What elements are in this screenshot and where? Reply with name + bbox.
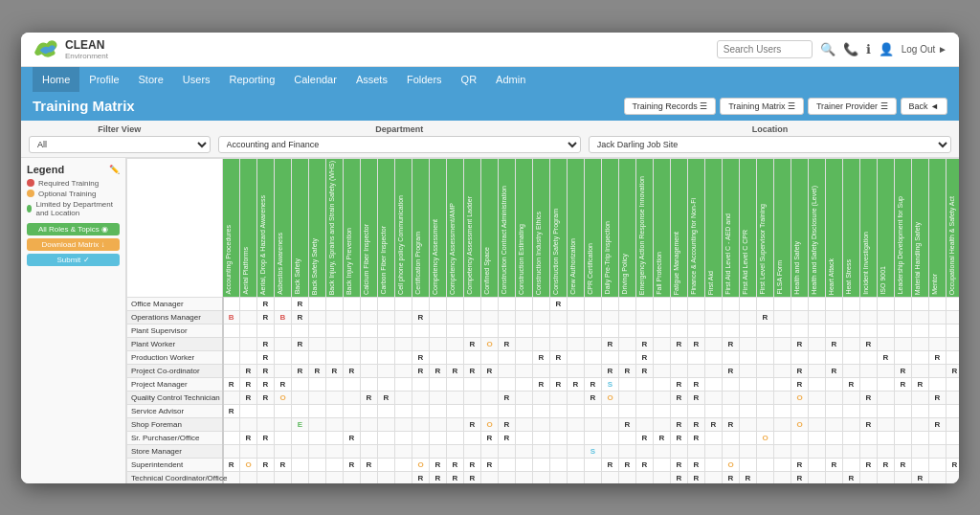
matrix-cell[interactable] (378, 337, 395, 350)
matrix-cell[interactable] (395, 404, 412, 417)
matrix-cell[interactable] (240, 337, 257, 350)
matrix-cell[interactable] (895, 431, 912, 444)
matrix-cell[interactable] (533, 458, 550, 471)
matrix-cell[interactable]: R (688, 417, 705, 431)
matrix-cell[interactable]: R (791, 364, 809, 377)
matrix-cell[interactable]: R (671, 417, 688, 431)
matrix-cell[interactable] (430, 417, 447, 431)
matrix-cell[interactable]: R (499, 391, 516, 404)
matrix-cell[interactable] (757, 337, 774, 350)
matrix-cell[interactable] (602, 444, 619, 458)
matrix-cell[interactable] (309, 324, 326, 337)
matrix-cell[interactable] (636, 471, 654, 482)
matrix-cell[interactable] (654, 350, 671, 364)
matrix-cell[interactable] (705, 337, 723, 350)
matrix-cell[interactable] (705, 431, 723, 444)
matrix-cell[interactable]: R (257, 431, 275, 444)
matrix-cell[interactable] (636, 404, 654, 417)
matrix-cell[interactable] (654, 404, 671, 417)
matrix-cell[interactable] (843, 337, 860, 350)
matrix-cell[interactable] (240, 417, 257, 431)
matrix-cell[interactable] (344, 350, 361, 364)
matrix-cell[interactable] (757, 350, 774, 364)
matrix-cell[interactable] (447, 310, 464, 324)
matrix-cell[interactable]: R (947, 458, 960, 471)
matrix-cell[interactable] (223, 337, 240, 350)
matrix-cell[interactable] (636, 310, 654, 324)
matrix-cell[interactable] (619, 337, 636, 350)
matrix-cell[interactable]: R (223, 404, 240, 417)
matrix-cell[interactable]: R (791, 458, 809, 471)
matrix-cell[interactable] (550, 417, 568, 431)
matrix-cell[interactable] (344, 444, 361, 458)
search-icon[interactable]: 🔍 (820, 42, 835, 56)
matrix-cell[interactable]: R (723, 364, 740, 377)
matrix-cell[interactable]: R (602, 458, 619, 471)
matrix-cell[interactable] (912, 404, 929, 417)
matrix-cell[interactable] (430, 310, 447, 324)
matrix-cell[interactable] (275, 404, 292, 417)
matrix-cell[interactable] (275, 324, 292, 337)
matrix-cell[interactable] (895, 417, 912, 431)
matrix-cell[interactable] (947, 310, 960, 324)
matrix-cell[interactable]: R (292, 337, 309, 350)
matrix-cell[interactable] (533, 337, 550, 350)
matrix-cell[interactable] (826, 404, 843, 417)
matrix-cell[interactable] (895, 404, 912, 417)
matrix-cell[interactable] (636, 297, 654, 310)
matrix-cell[interactable] (447, 444, 464, 458)
matrix-cell[interactable]: R (257, 337, 275, 350)
nav-item-reporting[interactable]: Reporting (220, 67, 285, 92)
matrix-cell[interactable] (740, 444, 757, 458)
matrix-cell[interactable] (757, 417, 774, 431)
matrix-cell[interactable]: R (447, 364, 464, 377)
matrix-cell[interactable] (895, 337, 912, 350)
matrix-cell[interactable] (947, 444, 960, 458)
matrix-cell[interactable]: R (619, 417, 636, 431)
matrix-cell[interactable] (843, 350, 860, 364)
matrix-cell[interactable]: R (585, 391, 602, 404)
matrix-cell[interactable] (499, 310, 516, 324)
all-roles-button[interactable]: All Roles & Topics ◉ (27, 223, 120, 235)
matrix-cell[interactable]: B (223, 310, 240, 324)
matrix-cell[interactable]: R (412, 364, 430, 377)
matrix-cell[interactable]: R (550, 350, 568, 364)
matrix-cell[interactable] (585, 404, 602, 417)
matrix-cell[interactable] (843, 391, 860, 404)
nav-item-assets[interactable]: Assets (346, 67, 397, 92)
matrix-cell[interactable] (275, 417, 292, 431)
matrix-cell[interactable] (395, 471, 412, 482)
matrix-cell[interactable] (292, 431, 309, 444)
matrix-cell[interactable] (791, 431, 809, 444)
matrix-cell[interactable] (860, 444, 878, 458)
download-button[interactable]: Download Matrix ↓ (27, 238, 120, 251)
matrix-cell[interactable] (533, 324, 550, 337)
matrix-cell[interactable] (481, 471, 499, 482)
matrix-cell[interactable]: R (826, 458, 843, 471)
matrix-cell[interactable] (326, 417, 344, 431)
matrix-cell[interactable] (309, 297, 326, 310)
matrix-cell[interactable] (688, 324, 705, 337)
matrix-cell[interactable]: R (430, 458, 447, 471)
matrix-cell[interactable] (550, 431, 568, 444)
matrix-cell[interactable] (430, 391, 447, 404)
matrix-cell[interactable]: R (378, 391, 395, 404)
matrix-cell[interactable] (705, 350, 723, 364)
matrix-cell[interactable] (292, 324, 309, 337)
matrix-cell[interactable] (361, 431, 378, 444)
matrix-cell[interactable] (430, 431, 447, 444)
matrix-cell[interactable] (499, 364, 516, 377)
matrix-cell[interactable] (895, 297, 912, 310)
matrix-cell[interactable] (929, 431, 947, 444)
matrix-cell[interactable] (395, 337, 412, 350)
matrix-cell[interactable] (361, 444, 378, 458)
matrix-cell[interactable] (395, 324, 412, 337)
matrix-cell[interactable] (464, 324, 481, 337)
matrix-cell[interactable] (912, 324, 929, 337)
matrix-cell[interactable] (240, 324, 257, 337)
matrix-cell[interactable] (929, 471, 947, 482)
matrix-cell[interactable] (533, 297, 550, 310)
matrix-cell[interactable] (309, 431, 326, 444)
matrix-cell[interactable] (619, 377, 636, 391)
matrix-cell[interactable] (430, 404, 447, 417)
